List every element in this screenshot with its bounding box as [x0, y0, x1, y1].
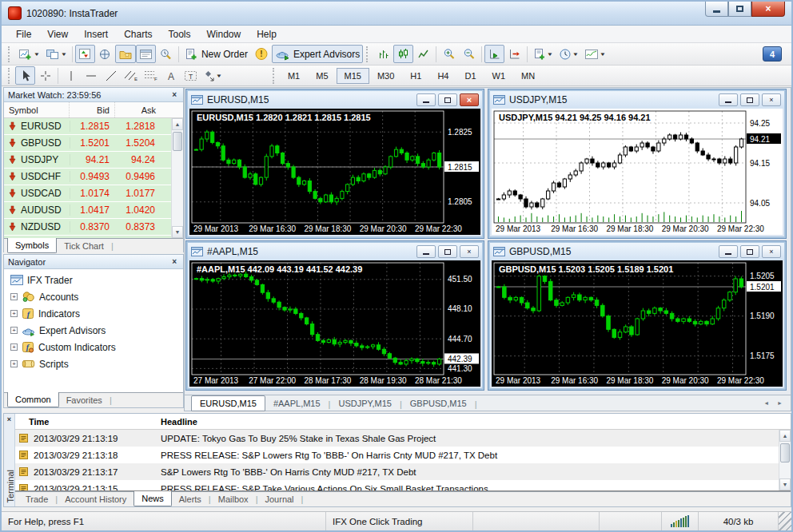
timeframe-m5[interactable]: M5: [308, 68, 336, 84]
chart-canvas-usdjpy[interactable]: 94.2594.1594.0594.2129 Mar 201329 Mar 16…: [492, 109, 783, 235]
market-watch-button[interactable]: [75, 45, 95, 63]
strategy-tester-button[interactable]: [156, 45, 176, 63]
chart-close-button[interactable]: ×: [460, 245, 479, 258]
timeframe-m1[interactable]: M1: [280, 68, 308, 84]
timeframe-w1[interactable]: W1: [484, 68, 514, 84]
terminal-button[interactable]: [136, 45, 156, 63]
toolbar-grip[interactable]: [273, 68, 277, 84]
chart-window-gbpusd-m15[interactable]: GBPUSD,M15 × 1.52051.51901.51751.520129 …: [488, 241, 786, 390]
news-scrollbar[interactable]: ▲ ▼: [779, 430, 791, 490]
auto-scroll-button[interactable]: [484, 45, 504, 63]
column-headline[interactable]: Headline: [153, 417, 791, 427]
chart-close-button[interactable]: ×: [762, 93, 781, 106]
menu-help[interactable]: Help: [249, 26, 285, 42]
horizontal-line-tool[interactable]: [81, 66, 101, 85]
new-chart-button[interactable]: ▼: [15, 45, 42, 63]
chart-window-aapl-m15[interactable]: #AAPL,M15 × 451.50448.10444.70441.30442.…: [186, 241, 484, 390]
new-order-button[interactable]: New Order: [181, 45, 251, 63]
scroll-right-icon[interactable]: ►: [777, 400, 783, 406]
tab-trade[interactable]: Trade: [18, 492, 55, 506]
bar-chart-button[interactable]: [373, 45, 393, 63]
status-one-click[interactable]: IFX One Click Trading: [326, 512, 473, 530]
news-row[interactable]: 2013/03/29 21:13:15 PRESS RELEASE: S&P T…: [15, 480, 791, 491]
tab-favorites[interactable]: Favorites: [59, 393, 110, 407]
chart-close-button[interactable]: ×: [762, 245, 781, 258]
tree-item-indicators[interactable]: + f Indicators: [4, 305, 183, 322]
chart-canvas-eurusd[interactable]: 1.28251.28151.28051.281529 Mar 201329 Ma…: [189, 109, 480, 235]
scroll-left-icon[interactable]: ◄: [763, 400, 769, 406]
toolbar-grip[interactable]: [8, 46, 12, 62]
timeframe-m30[interactable]: M30: [369, 68, 402, 84]
zoom-in-button[interactable]: [439, 45, 459, 63]
profiles-button[interactable]: ▼: [42, 45, 70, 63]
window-close-button[interactable]: ×: [751, 2, 785, 17]
tree-item-custom-indicators[interactable]: + f Custom Indicators: [4, 339, 183, 355]
chart-tab-usdjpy[interactable]: USDJPY,M15: [330, 396, 399, 411]
chart-minimize-button[interactable]: [416, 245, 436, 258]
tab-alerts[interactable]: Alerts: [172, 492, 209, 506]
close-icon[interactable]: ×: [169, 257, 179, 266]
tab-mailbox[interactable]: Mailbox: [211, 492, 256, 506]
templates-button[interactable]: ▼: [530, 45, 556, 63]
cursor-tool[interactable]: [15, 66, 35, 85]
chart-minimize-button[interactable]: [719, 245, 738, 258]
crosshair-tool[interactable]: [35, 66, 55, 85]
vertical-line-tool[interactable]: [61, 66, 81, 85]
chart-window-eurusd-m15[interactable]: EURUSD,M15 × 1.28251.28151.28051.281529 …: [186, 89, 484, 238]
chart-tab-eurusd[interactable]: EURUSD,M15: [191, 395, 265, 411]
candlestick-chart-button[interactable]: [393, 45, 413, 63]
resize-grip[interactable]: [779, 512, 791, 530]
timeframe-h4[interactable]: H4: [429, 68, 456, 84]
tab-tick-chart[interactable]: Tick Chart: [57, 239, 111, 253]
tree-root-ifx-trader[interactable]: IFX Trader: [4, 272, 183, 288]
symbol-row[interactable]: AUDUSD 1.04171.0420: [4, 202, 183, 219]
timeframe-mn[interactable]: MN: [513, 68, 543, 84]
symbol-row[interactable]: GBPUSD 1.52011.5204: [4, 135, 183, 152]
window-minimize-button[interactable]: [705, 2, 728, 17]
fibonacci-tool[interactable]: F: [141, 66, 161, 85]
chart-window-title-bar[interactable]: EURUSD,M15 ×: [188, 91, 482, 109]
menu-view[interactable]: View: [39, 26, 76, 42]
tree-item-expert-advisors[interactable]: + Expert Advisors: [4, 322, 183, 339]
chart-tab-aapl[interactable]: #AAPL,M15: [265, 396, 329, 411]
expert-advisors-button[interactable]: Expert Advisors: [272, 45, 363, 63]
tab-symbols[interactable]: Symbols: [7, 238, 57, 253]
symbol-row[interactable]: NZDUSD 0.83700.8373: [4, 219, 183, 236]
chart-restore-button[interactable]: [438, 93, 457, 106]
news-row[interactable]: 2013/03/29 21:13:19 UPDATE: Tokyo Gas To…: [15, 430, 791, 447]
chart-close-button[interactable]: ×: [460, 93, 479, 106]
equidistant-channel-tool[interactable]: E: [121, 66, 141, 85]
tab-common[interactable]: Common: [7, 392, 59, 407]
chart-tab-gbpusd[interactable]: GBPUSD,M15: [402, 396, 475, 411]
chart-restore-button[interactable]: [438, 245, 457, 258]
column-time[interactable]: Time: [15, 417, 153, 427]
toolbar-grip[interactable]: [8, 68, 12, 84]
timeframe-d1[interactable]: D1: [456, 68, 484, 84]
chart-minimize-button[interactable]: [416, 93, 436, 106]
tab-account-history[interactable]: Account History: [58, 492, 133, 506]
tree-item-scripts[interactable]: + Scripts: [4, 355, 183, 372]
navigator-button[interactable]: [115, 45, 136, 63]
symbol-row[interactable]: USDCHF 0.94930.9496: [4, 169, 183, 185]
menu-window[interactable]: Window: [199, 26, 249, 42]
timeframe-h1[interactable]: H1: [402, 68, 429, 84]
chart-window-usdjpy-m15[interactable]: USDJPY,M15 × 94.2594.1594.0594.2129 Mar …: [488, 89, 786, 238]
chart-canvas-aapl[interactable]: 451.50448.10444.70441.30442.3927 Mar 201…: [189, 260, 480, 387]
arrows-tool[interactable]: ▼: [201, 66, 225, 85]
chart-window-title-bar[interactable]: USDJPY,M15 ×: [490, 91, 784, 109]
column-ask[interactable]: Ask: [115, 102, 161, 117]
chart-window-title-bar[interactable]: GBPUSD,M15 ×: [490, 243, 784, 260]
menu-insert[interactable]: Insert: [76, 26, 116, 42]
trendline-tool[interactable]: [101, 66, 121, 85]
symbol-row[interactable]: USDJPY 94.2194.24: [4, 152, 183, 169]
tab-journal[interactable]: Journal: [257, 492, 301, 506]
zoom-out-button[interactable]: [459, 45, 479, 63]
chart-restore-button[interactable]: [740, 93, 759, 106]
text-label-tool[interactable]: T: [181, 66, 201, 85]
chart-window-title-bar[interactable]: #AAPL,M15 ×: [188, 243, 482, 260]
column-bid[interactable]: Bid: [70, 102, 115, 117]
chart-canvas-gbpusd[interactable]: 1.52051.51901.51751.520129 Mar 201329 Ma…: [492, 260, 783, 387]
toolbar-grip[interactable]: [366, 46, 370, 62]
data-window-button[interactable]: [95, 45, 115, 63]
close-icon[interactable]: ×: [169, 90, 179, 99]
